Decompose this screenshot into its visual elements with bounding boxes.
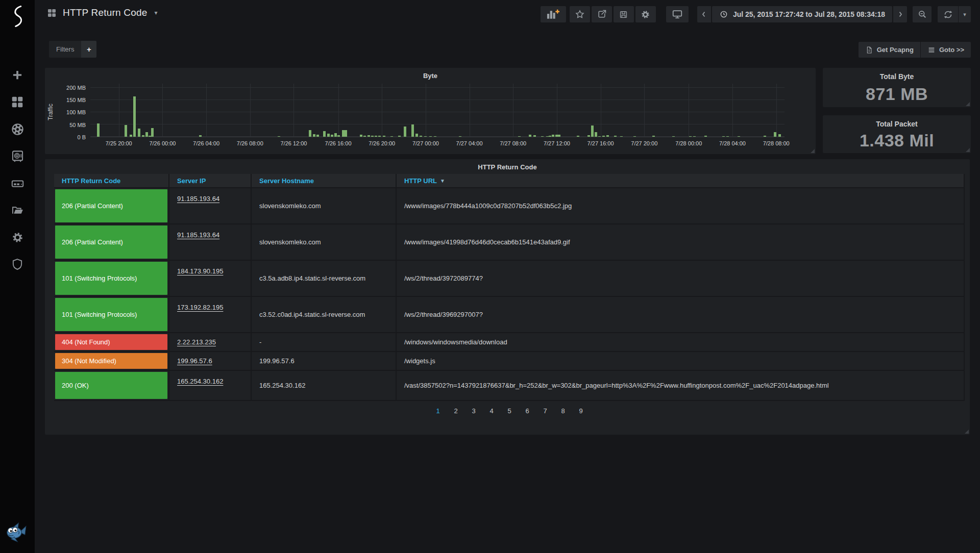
sidebar-item-snapshots[interactable] <box>7 121 28 137</box>
row-actions: Get Pcapng Goto >> <box>859 42 971 58</box>
column-header-http-url[interactable]: HTTP URL ▼ <box>397 174 965 187</box>
x-tick-label: 7/27 00:00 <box>412 140 439 146</box>
gridline-vertical <box>119 84 119 137</box>
gridline-vertical <box>601 84 601 137</box>
chart-bar <box>633 136 636 137</box>
save-button[interactable] <box>614 6 634 22</box>
page-number[interactable]: 6 <box>524 407 531 415</box>
time-range-picker[interactable]: Jul 25, 2015 17:27:42 to Jul 28, 2015 08… <box>712 6 892 22</box>
chart-bar <box>331 135 333 137</box>
chart-bar <box>533 135 536 137</box>
sidebar-item-datasources[interactable] <box>7 175 28 191</box>
dashboard-title-dropdown[interactable]: HTTP Return Code ▾ <box>47 7 158 18</box>
sidebar-item-add[interactable] <box>7 67 28 83</box>
stat-value: 1.438 Mil <box>860 128 934 153</box>
x-tick-label: 7/27 04:00 <box>456 140 483 146</box>
gridline-horizontal <box>90 112 785 112</box>
add-panel-icon <box>546 9 560 20</box>
chart-bar <box>704 136 707 137</box>
server-ip-link[interactable]: 173.192.82.195 <box>177 304 223 311</box>
document-icon <box>865 46 873 54</box>
server-ip-link[interactable]: 2.22.213.235 <box>177 338 216 346</box>
y-tick-label: 100 MB <box>66 109 86 115</box>
sidebar-item-security[interactable] <box>7 257 28 272</box>
status-code-badge: 200 (OK) <box>55 372 167 399</box>
refresh-interval-dropdown[interactable]: ▾ <box>959 6 971 22</box>
stat-panel-title[interactable]: Total Packet <box>876 115 917 128</box>
gear-icon <box>11 231 24 244</box>
page-number[interactable]: 3 <box>471 407 477 415</box>
goto-button[interactable]: Goto >> <box>921 42 971 58</box>
column-header-server-ip[interactable]: Server IP <box>169 174 252 187</box>
share-button[interactable] <box>592 6 612 22</box>
chart-bar <box>434 136 436 137</box>
panel-resize-handle[interactable] <box>966 148 970 152</box>
page-number[interactable]: 2 <box>453 407 459 415</box>
chart-bar <box>375 136 377 137</box>
sidebar-item-dashboards[interactable] <box>7 94 28 110</box>
column-header-label: Server Hostname <box>259 177 314 185</box>
drive-icon <box>11 177 24 190</box>
chart-bar <box>398 136 401 137</box>
panel-resize-handle[interactable] <box>811 149 815 153</box>
app-logo[interactable] <box>0 3 35 30</box>
shield-icon <box>11 258 24 271</box>
chart-panel-title[interactable]: Byte <box>45 68 816 80</box>
sidebar-item-settings[interactable] <box>7 230 28 245</box>
chart-bar <box>371 136 374 137</box>
server-hostname-cell: - <box>252 333 397 351</box>
time-range-label: Jul 25, 2015 17:27:42 to Jul 28, 2015 08… <box>733 10 885 18</box>
column-header-http-return-code[interactable]: HTTP Return Code <box>54 174 169 187</box>
server-ip-link[interactable]: 199.96.57.6 <box>177 357 212 365</box>
refresh-icon <box>943 10 953 19</box>
panel-resize-handle[interactable] <box>966 102 970 106</box>
server-ip-cell: 184.173.90.195 <box>169 261 252 296</box>
menu-icon <box>927 46 936 54</box>
kiosk-mode-button[interactable] <box>666 6 689 22</box>
x-tick-label: 7/28 04:00 <box>719 140 746 146</box>
user-avatar-fish[interactable] <box>4 521 27 543</box>
page-number[interactable]: 9 <box>578 407 584 415</box>
refresh-button[interactable] <box>938 6 958 22</box>
table-panel-title[interactable]: HTTP Return Code <box>45 159 970 171</box>
get-pcapng-button[interactable]: Get Pcapng <box>859 42 920 58</box>
http-url-cell: /ws/2/thread/3969297007? <box>397 297 965 332</box>
add-filter-button[interactable]: + <box>81 41 96 58</box>
column-header-server-hostname[interactable]: Server Hostname <box>252 174 397 187</box>
page-number[interactable]: 1 <box>435 407 442 415</box>
page-number[interactable]: 8 <box>560 407 567 415</box>
chart-bar <box>549 136 551 137</box>
server-ip-link[interactable]: 91.185.193.64 <box>177 231 219 239</box>
add-panel-button[interactable] <box>541 6 566 22</box>
time-back-button[interactable] <box>697 6 711 22</box>
panel-resize-handle[interactable] <box>965 430 969 434</box>
grid-icon <box>11 95 24 109</box>
chart-plot <box>90 84 785 137</box>
http-return-code-cell: 206 (Partial Content) <box>54 188 169 223</box>
page-number[interactable]: 5 <box>506 407 513 415</box>
chart-bar <box>145 132 148 137</box>
chart-bar <box>142 135 144 137</box>
server-ip-link[interactable]: 165.254.30.162 <box>177 378 223 385</box>
settings-button[interactable] <box>635 6 656 22</box>
page-number[interactable]: 7 <box>542 407 549 415</box>
total-byte-panel: Total Byte 871 MB <box>823 68 971 107</box>
chart-bar <box>689 136 692 137</box>
server-hostname-cell: c3.5a.adb8.ip4.static.sl-reverse.com <box>252 261 397 296</box>
stat-panel-title[interactable]: Total Byte <box>880 68 914 81</box>
aperture-icon <box>11 122 24 136</box>
chart-bar <box>151 128 154 137</box>
sidebar-item-folders[interactable] <box>7 203 28 218</box>
column-header-label: HTTP URL <box>404 177 437 185</box>
column-header-label: HTTP Return Code <box>62 177 120 185</box>
page-number[interactable]: 4 <box>488 407 495 415</box>
zoom-out-button[interactable] <box>913 6 932 22</box>
server-ip-link[interactable]: 184.173.90.195 <box>177 267 223 275</box>
star-button[interactable] <box>570 6 590 22</box>
chart-bar <box>552 135 554 137</box>
status-code-badge: 404 (Not Found) <box>55 334 167 350</box>
sidebar-item-vault[interactable] <box>7 148 28 164</box>
time-forward-button[interactable] <box>893 6 907 22</box>
zoom-out-icon <box>917 9 927 19</box>
server-ip-link[interactable]: 91.185.193.64 <box>177 195 219 203</box>
